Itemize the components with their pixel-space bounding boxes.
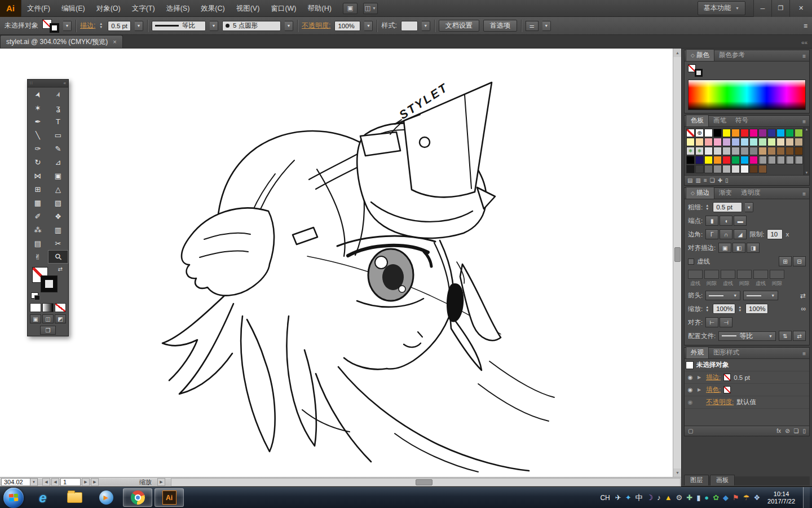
stroke-weight-field[interactable]: 0.5 pt — [108, 21, 131, 31]
rectangle-tool[interactable]: ▭ — [48, 128, 68, 142]
cap-round-button[interactable]: ◖ — [720, 216, 732, 226]
tray-security-icon[interactable]: ✿ — [713, 494, 719, 501]
magic-wand-tool[interactable]: ✶ — [28, 101, 48, 115]
menu-item[interactable]: 选择(S) — [161, 0, 196, 17]
swatch[interactable] — [704, 147, 713, 155]
arrow-scale-end-field[interactable]: 100% — [745, 304, 768, 314]
link-scale-icon[interactable]: ∞ — [801, 305, 806, 313]
bridge-icon[interactable]: ▣ — [343, 3, 358, 14]
tools-panel-header[interactable]: ∷ « — [28, 80, 68, 87]
swatch[interactable] — [767, 156, 776, 164]
join-miter-button[interactable]: Γ — [705, 229, 718, 239]
stroke-profile-select[interactable]: 等比 — [152, 21, 206, 31]
draw-behind-button[interactable]: ◫ — [42, 314, 54, 323]
artboard-number-field[interactable]: 1 — [60, 478, 81, 486]
join-bevel-button[interactable]: ◢ — [734, 229, 747, 239]
swatch-options-icon[interactable]: ≡ — [704, 177, 707, 183]
tray-messenger-icon[interactable]: ✈ — [615, 494, 621, 501]
swatch[interactable] — [731, 147, 740, 155]
swatch[interactable] — [731, 138, 740, 146]
chevron-down-icon[interactable]: ▼ — [63, 21, 72, 31]
stroke-swatch[interactable] — [50, 23, 59, 33]
tab-gradient[interactable]: 渐变 — [714, 187, 736, 199]
tray-qq-icon[interactable]: ✦ — [625, 494, 632, 501]
dash-value-field[interactable] — [770, 270, 784, 279]
swatch[interactable] — [758, 138, 767, 146]
type-tool[interactable]: T — [48, 115, 68, 128]
swatch[interactable] — [740, 165, 749, 173]
align-options-icon[interactable]: ⚌ — [526, 21, 539, 31]
style-select[interactable] — [401, 21, 418, 31]
stroke-panel-link[interactable]: 描边: — [80, 21, 95, 30]
swatch[interactable] — [686, 138, 695, 146]
swatch[interactable] — [776, 129, 785, 137]
artboard-tool[interactable]: ▤ — [28, 237, 48, 250]
swatch[interactable] — [731, 156, 740, 164]
align-stroke-center-button[interactable]: ▣ — [718, 243, 731, 253]
chevron-down-icon[interactable]: ▼ — [135, 21, 143, 31]
swatch[interactable] — [785, 156, 794, 164]
scroll-down-icon[interactable]: ▼ — [673, 468, 682, 477]
swatches-scrollbar[interactable]: ▲▼ — [804, 127, 809, 175]
scale-tool[interactable]: ⊿ — [48, 155, 68, 169]
column-graph-tool[interactable]: ▥ — [48, 223, 68, 237]
stroke-none-swatch[interactable] — [723, 374, 731, 381]
align-stroke-inside-button[interactable]: ◧ — [732, 243, 745, 253]
menu-item[interactable]: 文字(T) — [126, 0, 161, 17]
arrange-documents-button[interactable]: ◫▼ — [363, 3, 378, 14]
minimize-button[interactable]: ─ — [753, 0, 771, 17]
free-transform-tool[interactable]: ▣ — [48, 169, 68, 182]
dock-collapse-icon[interactable]: «« — [797, 40, 812, 48]
rotate-tool[interactable]: ↻ — [28, 155, 48, 169]
swatch[interactable] — [722, 129, 731, 137]
menu-item[interactable]: 帮助(H) — [302, 0, 337, 17]
swatch[interactable] — [740, 147, 749, 155]
limit-field[interactable]: 10 — [767, 229, 783, 239]
panel-menu-icon[interactable]: ≡ — [800, 119, 808, 126]
tray-safebox-icon[interactable]: ◆ — [723, 494, 729, 501]
swatch[interactable] — [686, 165, 695, 173]
taskbar-illustrator-button[interactable]: Ai — [155, 488, 184, 507]
add-new-effect-icon[interactable]: fx — [776, 428, 781, 434]
tray-update-icon[interactable]: ▲ — [665, 494, 672, 501]
flip-along-button[interactable]: ⇅ — [779, 331, 792, 341]
swatch[interactable] — [704, 138, 713, 146]
swap-arrowheads-icon[interactable]: ⇄ — [800, 292, 806, 300]
swatch[interactable] — [749, 147, 758, 155]
close-button[interactable]: ✕ — [789, 0, 812, 17]
tab-layers[interactable]: 图层 — [684, 475, 709, 485]
dash-value-field[interactable] — [704, 270, 719, 279]
taskbar-chrome-button[interactable] — [123, 488, 152, 507]
swatch[interactable] — [731, 129, 740, 137]
stroke-swatch[interactable] — [695, 69, 703, 77]
swatch[interactable] — [695, 156, 704, 164]
dash-value-field[interactable] — [737, 270, 752, 279]
tab-appearance[interactable]: 外观 — [686, 347, 709, 358]
weight-field[interactable]: 0.5 pt — [713, 202, 742, 212]
panel-menu-icon[interactable]: ≡ — [800, 53, 808, 61]
next-artboard-button[interactable]: ▶ — [82, 478, 90, 486]
swatch[interactable] — [713, 165, 722, 173]
menu-item[interactable]: 编辑(E) — [56, 0, 91, 17]
scale-start-stepper[interactable]: ▲▼ — [705, 306, 709, 312]
gradient-tool[interactable]: ▧ — [48, 196, 68, 209]
width-tool[interactable]: ⋈ — [28, 169, 48, 182]
swatch[interactable] — [749, 129, 758, 137]
opacity-panel-link[interactable]: 不透明度: — [302, 21, 330, 30]
paintbrush-tool[interactable]: ✑ — [28, 142, 48, 155]
document-tab[interactable]: stylet.ai @ 304.02% (CMYK/预览) × — [0, 35, 123, 48]
swatch[interactable] — [749, 138, 758, 146]
swatch[interactable] — [776, 156, 785, 164]
arrowhead-end-select[interactable]: ▼ — [743, 291, 778, 300]
swatch[interactable] — [713, 129, 722, 137]
menu-item[interactable]: 对象(O) — [91, 0, 126, 17]
fill-gradient-button[interactable] — [42, 303, 54, 312]
taskbar-media-player-button[interactable]: ▶ — [91, 488, 121, 507]
swatch[interactable] — [758, 165, 767, 173]
swatch[interactable] — [785, 138, 794, 146]
swatch[interactable] — [686, 156, 695, 164]
join-round-button[interactable]: ∩ — [720, 229, 732, 239]
new-color-group-icon[interactable]: ❏ — [710, 177, 715, 183]
new-swatch-icon[interactable]: ✚ — [718, 177, 722, 183]
arrow-align-end-button[interactable]: ⊣ — [720, 317, 732, 327]
